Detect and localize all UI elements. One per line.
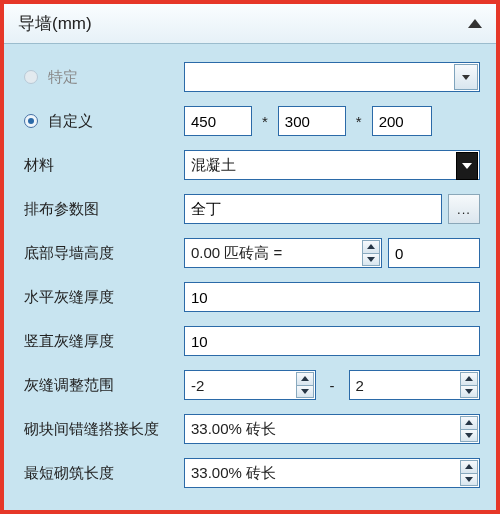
custom-dim1-input[interactable]: [184, 106, 252, 136]
radio-specific[interactable]: [24, 70, 38, 84]
adjust-min-value: -2: [191, 377, 204, 394]
spinner-up-icon[interactable]: [460, 372, 478, 386]
panel-body: 特定 自定义 * *: [4, 44, 496, 498]
spinner-down-icon[interactable]: [460, 474, 478, 487]
panel-title: 导墙(mm): [18, 12, 92, 35]
specific-label: 特定: [48, 68, 78, 87]
material-dropdown[interactable]: 混凝土: [184, 150, 480, 180]
star1: *: [258, 113, 272, 130]
spinner-up-icon[interactable]: [362, 240, 380, 254]
dropdown-icon[interactable]: [454, 64, 478, 90]
spinner-up-icon[interactable]: [460, 416, 478, 430]
minlen-value: 33.00% 砖长: [191, 464, 276, 483]
pattern-label: 排布参数图: [24, 200, 99, 219]
custom-dim3-input[interactable]: [372, 106, 432, 136]
stagger-spinner[interactable]: 33.00% 砖长: [184, 414, 480, 444]
vjoint-label: 竖直灰缝厚度: [24, 332, 114, 351]
range-separator: -: [322, 377, 343, 394]
adjust-max-value: 2: [356, 377, 364, 394]
star2: *: [352, 113, 366, 130]
radio-custom[interactable]: [24, 114, 38, 128]
panel-header[interactable]: 导墙(mm): [4, 4, 496, 44]
minlen-spinner[interactable]: 33.00% 砖长: [184, 458, 480, 488]
adjust-max-spinner[interactable]: 2: [349, 370, 481, 400]
specific-value: [184, 62, 480, 92]
spinner-down-icon[interactable]: [460, 386, 478, 399]
vjoint-input[interactable]: [184, 326, 480, 356]
pattern-input[interactable]: [184, 194, 442, 224]
material-label: 材料: [24, 156, 54, 175]
material-value: 混凝土: [185, 151, 479, 179]
spinner-up-icon[interactable]: [296, 372, 314, 386]
bottom-height-value-input[interactable]: [388, 238, 480, 268]
chevron-up-icon: [468, 19, 482, 28]
stagger-value: 33.00% 砖长: [191, 420, 276, 439]
spinner-up-icon[interactable]: [460, 460, 478, 474]
adjust-label: 灰缝调整范围: [24, 376, 114, 395]
bottom-height-label: 底部导墙高度: [24, 244, 114, 263]
custom-dim2-input[interactable]: [278, 106, 346, 136]
spinner-down-icon[interactable]: [460, 430, 478, 443]
spinner-down-icon[interactable]: [296, 386, 314, 399]
spinner-down-icon[interactable]: [362, 254, 380, 267]
specific-dropdown[interactable]: [184, 62, 480, 92]
hjoint-label: 水平灰缝厚度: [24, 288, 114, 307]
stagger-label: 砌块间错缝搭接长度: [24, 420, 159, 439]
dropdown-icon[interactable]: [456, 152, 478, 180]
custom-label: 自定义: [48, 112, 93, 131]
bottom-height-spin-text: 0.00 匹砖高 =: [191, 244, 282, 263]
ellipsis-icon: ...: [457, 202, 471, 217]
adjust-min-spinner[interactable]: -2: [184, 370, 316, 400]
minlen-label: 最短砌筑长度: [24, 464, 114, 483]
browse-button[interactable]: ...: [448, 194, 480, 224]
bottom-height-spinner[interactable]: 0.00 匹砖高 =: [184, 238, 382, 268]
hjoint-input[interactable]: [184, 282, 480, 312]
